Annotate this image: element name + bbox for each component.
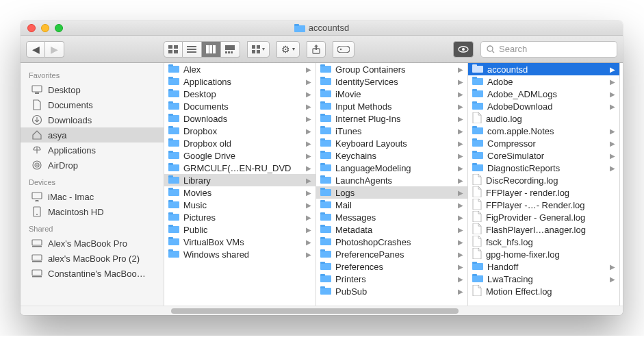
sidebar-item-desktop[interactable]: Desktop xyxy=(21,82,164,97)
folder-row[interactable]: PhotoshopCrashes▶ xyxy=(316,236,467,248)
search-placeholder: Search xyxy=(499,44,527,54)
file-row[interactable]: DiscRecording.log xyxy=(468,174,619,186)
folder-row[interactable]: Downloads▶ xyxy=(164,112,315,125)
folder-row[interactable]: iMovie▶ xyxy=(316,88,467,100)
sidebar-item-asya[interactable]: asya xyxy=(21,127,164,143)
folder-row[interactable]: Dropbox old▶ xyxy=(164,137,315,149)
svg-rect-8 xyxy=(187,51,196,53)
row-label: Mail xyxy=(335,200,454,210)
svg-rect-107 xyxy=(320,249,325,251)
folder-row[interactable]: accountsd▶ xyxy=(468,63,619,75)
svg-rect-78 xyxy=(320,78,331,85)
file-row[interactable]: FFPlayer -…- Render.log xyxy=(468,199,619,211)
folder-row[interactable]: Public▶ xyxy=(164,223,315,236)
folder-icon xyxy=(472,261,483,273)
folder-row[interactable]: Documents▶ xyxy=(164,100,315,112)
folder-row[interactable]: LaunchAgents▶ xyxy=(316,174,467,186)
view-list-button[interactable] xyxy=(183,41,202,58)
sidebar-item-applications[interactable]: Applications xyxy=(21,143,164,158)
file-row[interactable]: FFPlayer - render.log xyxy=(468,186,619,199)
folder-row[interactable]: Compressor▶ xyxy=(468,137,619,149)
sidebar-item-constantine-s-macboo-[interactable]: Constantine's MacBoo… xyxy=(21,266,164,281)
folder-row[interactable]: Desktop▶ xyxy=(164,88,315,100)
folder-icon xyxy=(168,64,179,75)
folder-row[interactable]: LanguageModeling▶ xyxy=(316,162,467,174)
arrange-button[interactable]: ▾ xyxy=(247,41,270,58)
file-row[interactable]: audio.log xyxy=(468,112,619,125)
folder-row[interactable]: IdentityServices▶ xyxy=(316,75,467,88)
sidebar-item-downloads[interactable]: Downloads xyxy=(21,112,164,127)
svg-rect-50 xyxy=(168,103,179,110)
file-row[interactable]: gpg-home-fixer.log xyxy=(468,248,619,260)
folder-row[interactable]: Google Drive▶ xyxy=(164,149,315,162)
chevron-right-icon: ▶ xyxy=(458,164,463,172)
svg-rect-126 xyxy=(472,152,483,159)
horizontal-scrollbar[interactable] xyxy=(21,306,623,315)
folder-row[interactable]: Handoff▶ xyxy=(468,260,619,273)
search-input[interactable]: Search xyxy=(480,41,617,58)
sidebar[interactable]: FavoritesDesktopDocumentsDownloadsasyaAp… xyxy=(21,63,164,306)
back-button[interactable]: ◀ xyxy=(26,41,45,58)
folder-row[interactable]: Internet Plug-Ins▶ xyxy=(316,112,467,125)
folder-row[interactable]: com.apple.Notes▶ xyxy=(468,125,619,137)
row-label: Alex xyxy=(183,64,302,75)
scrollbar-thumb[interactable] xyxy=(171,308,459,314)
folder-row[interactable]: CoreSimulator▶ xyxy=(468,149,619,162)
folder-row[interactable]: Messages▶ xyxy=(316,211,467,223)
file-row[interactable]: FigProvider - General.log xyxy=(468,211,619,223)
action-button[interactable]: ⚙▾ xyxy=(276,41,300,58)
folder-row[interactable]: DiagnosticReports▶ xyxy=(468,162,619,174)
forward-button[interactable]: ▶ xyxy=(45,41,64,58)
column-0[interactable]: Alex▶Applications▶Desktop▶Documents▶Down… xyxy=(164,63,316,306)
folder-row[interactable]: Adobe_ADMLogs▶ xyxy=(468,88,619,100)
view-icons-button[interactable] xyxy=(164,41,183,58)
folder-row[interactable]: Preferences▶ xyxy=(316,260,467,273)
folder-row[interactable]: VirtualBox VMs▶ xyxy=(164,236,315,248)
folder-row[interactable]: Applications▶ xyxy=(164,75,315,88)
svg-rect-99 xyxy=(320,200,325,202)
view-gallery-button[interactable] xyxy=(221,41,240,58)
chevron-right-icon: ▶ xyxy=(306,127,311,135)
folder-row[interactable]: PubSub▶ xyxy=(316,285,467,297)
folder-row[interactable]: iTunes▶ xyxy=(316,125,467,137)
svg-rect-125 xyxy=(472,138,477,140)
folder-row[interactable]: Music▶ xyxy=(164,199,315,211)
folder-row[interactable]: Pictures▶ xyxy=(164,211,315,223)
sidebar-item-macintosh-hd[interactable]: Macintosh HD xyxy=(21,204,164,219)
file-row[interactable]: FlashPlayerI…anager.log xyxy=(468,223,619,236)
quicklook-button[interactable] xyxy=(453,41,474,58)
folder-row[interactable]: Keyboard Layouts▶ xyxy=(316,137,467,149)
folder-row[interactable]: Metadata▶ xyxy=(316,223,467,236)
file-row[interactable]: Motion Effect.log xyxy=(468,285,619,297)
folder-row[interactable]: Alex▶ xyxy=(164,63,315,75)
folder-row[interactable]: PreferencePanes▶ xyxy=(316,248,467,260)
folder-row[interactable]: Group Containers▶ xyxy=(316,63,467,75)
sidebar-item-documents[interactable]: Documents xyxy=(21,97,164,112)
folder-row[interactable]: Mail▶ xyxy=(316,199,467,211)
folder-row[interactable]: Logs▶ xyxy=(316,186,467,199)
view-columns-button[interactable] xyxy=(202,41,221,58)
file-row[interactable]: fsck_hfs.log xyxy=(468,236,619,248)
folder-row[interactable]: Input Methods▶ xyxy=(316,100,467,112)
tags-button[interactable] xyxy=(333,41,355,58)
share-button[interactable] xyxy=(307,41,326,58)
svg-rect-82 xyxy=(320,103,331,110)
sidebar-item-imac-imac[interactable]: iMac - Imac xyxy=(21,189,164,204)
folder-row[interactable]: Windows shared▶ xyxy=(164,248,315,260)
folder-row[interactable]: Printers▶ xyxy=(316,273,467,285)
sidebar-item-airdrop[interactable]: AirDrop xyxy=(21,158,164,173)
folder-row[interactable]: Dropbox▶ xyxy=(164,125,315,137)
folder-row[interactable]: Library▶ xyxy=(164,174,315,186)
folder-row[interactable]: Movies▶ xyxy=(164,186,315,199)
sidebar-item-alex-s-macbook-pro[interactable]: Alex's MacBook Pro xyxy=(21,236,164,251)
arrange-group: ▾ xyxy=(247,41,270,58)
folder-row[interactable]: GRMCULF(…EN-RU_DVD▶ xyxy=(164,162,315,174)
column-2[interactable]: accountsd▶Adobe▶Adobe_ADMLogs▶AdobeDownl… xyxy=(468,63,620,306)
folder-icon xyxy=(168,150,179,162)
folder-row[interactable]: AdobeDownload▶ xyxy=(468,100,619,112)
folder-row[interactable]: LwaTracing▶ xyxy=(468,273,619,285)
folder-row[interactable]: Adobe▶ xyxy=(468,75,619,88)
folder-row[interactable]: Keychains▶ xyxy=(316,149,467,162)
column-1[interactable]: Group Containers▶IdentityServices▶iMovie… xyxy=(316,63,468,306)
sidebar-item-alex-s-macbook-pro-2-[interactable]: alex's MacBook Pro (2) xyxy=(21,251,164,266)
